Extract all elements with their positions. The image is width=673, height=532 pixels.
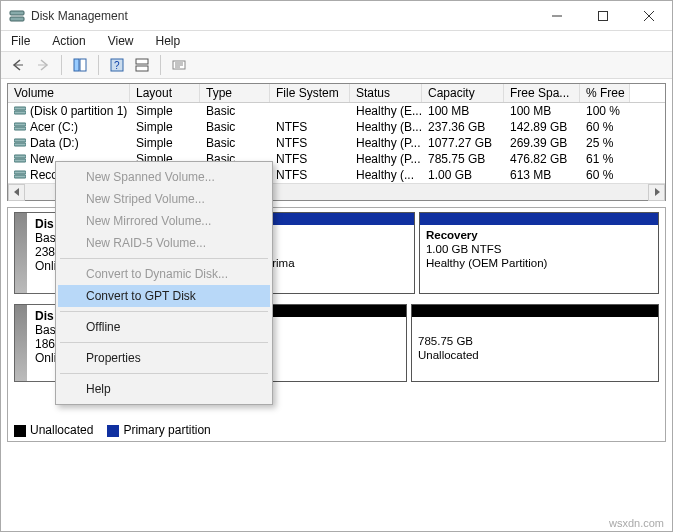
watermark: wsxdn.com bbox=[609, 517, 664, 529]
partition-size: 1.00 GB NTFS bbox=[426, 243, 501, 255]
volume-capacity: 100 MB bbox=[422, 104, 504, 118]
menu-separator bbox=[60, 311, 268, 312]
separator bbox=[160, 55, 161, 75]
svg-rect-7 bbox=[80, 59, 86, 71]
forward-button[interactable] bbox=[32, 54, 54, 76]
menu-file[interactable]: File bbox=[7, 33, 34, 49]
svg-rect-3 bbox=[599, 11, 608, 20]
volume-status: Healthy (B... bbox=[350, 120, 422, 134]
toolbar-settings-icon[interactable] bbox=[168, 54, 190, 76]
svg-rect-10 bbox=[136, 59, 148, 64]
separator bbox=[98, 55, 99, 75]
volume-row[interactable]: Data (D:)SimpleBasicNTFSHealthy (P...107… bbox=[8, 135, 665, 151]
volume-pctfree: 25 % bbox=[580, 136, 630, 150]
menu-item-offline[interactable]: Offline bbox=[58, 316, 270, 338]
svg-rect-11 bbox=[136, 66, 148, 71]
col-freespace[interactable]: Free Spa... bbox=[504, 84, 580, 102]
help-icon[interactable]: ? bbox=[106, 54, 128, 76]
volume-filesystem: NTFS bbox=[270, 168, 350, 182]
minimize-button[interactable] bbox=[534, 1, 580, 31]
menu-item-convert-gpt[interactable]: Convert to GPT Disk bbox=[58, 285, 270, 307]
volume-name: Acer (C:) bbox=[30, 120, 78, 134]
menu-view[interactable]: View bbox=[104, 33, 138, 49]
volume-free: 142.89 GB bbox=[504, 120, 580, 134]
svg-text:?: ? bbox=[114, 60, 120, 71]
volume-layout: Simple bbox=[130, 104, 200, 118]
col-layout[interactable]: Layout bbox=[130, 84, 200, 102]
col-capacity[interactable]: Capacity bbox=[422, 84, 504, 102]
scroll-right-icon[interactable] bbox=[648, 184, 665, 201]
legend: Unallocated Primary partition bbox=[14, 423, 211, 437]
volume-status: Healthy (P... bbox=[350, 152, 422, 166]
volume-name: Reco bbox=[30, 168, 58, 182]
volume-free: 476.82 GB bbox=[504, 152, 580, 166]
svg-rect-13 bbox=[14, 107, 26, 110]
volume-name: (Disk 0 partition 1) bbox=[30, 104, 127, 118]
window-title: Disk Management bbox=[31, 9, 534, 23]
col-pctfree[interactable]: % Free bbox=[580, 84, 630, 102]
volume-capacity: 785.75 GB bbox=[422, 152, 504, 166]
volume-filesystem: NTFS bbox=[270, 120, 350, 134]
toolbar: ? bbox=[1, 51, 672, 79]
separator bbox=[61, 55, 62, 75]
close-button[interactable] bbox=[626, 1, 672, 31]
partition[interactable]: Recovery 1.00 GB NTFS Healthy (OEM Parti… bbox=[419, 212, 659, 294]
volume-type: Basic bbox=[200, 136, 270, 150]
menu-separator bbox=[60, 258, 268, 259]
volume-icon bbox=[14, 105, 28, 115]
toolbar-view-icon[interactable] bbox=[69, 54, 91, 76]
svg-rect-22 bbox=[14, 175, 26, 178]
menu-item-help[interactable]: Help bbox=[58, 378, 270, 400]
volume-type: Basic bbox=[200, 120, 270, 134]
svg-rect-17 bbox=[14, 139, 26, 142]
col-filesystem[interactable]: File System bbox=[270, 84, 350, 102]
disk-title: Dis bbox=[35, 217, 54, 231]
menu-item-convert-dynamic[interactable]: Convert to Dynamic Disk... bbox=[58, 263, 270, 285]
menu-separator bbox=[60, 373, 268, 374]
volume-free: 269.39 GB bbox=[504, 136, 580, 150]
back-button[interactable] bbox=[7, 54, 29, 76]
disk-title: Dis bbox=[35, 309, 54, 323]
volume-name: Data (D:) bbox=[30, 136, 79, 150]
menu-bar: File Action View Help bbox=[1, 31, 672, 51]
volume-capacity: 1.00 GB bbox=[422, 168, 504, 182]
legend-swatch-primary bbox=[107, 425, 119, 437]
col-volume[interactable]: Volume bbox=[8, 84, 130, 102]
menu-help[interactable]: Help bbox=[152, 33, 185, 49]
volume-icon bbox=[14, 137, 28, 147]
toolbar-split-icon[interactable] bbox=[131, 54, 153, 76]
menu-action[interactable]: Action bbox=[48, 33, 89, 49]
col-status[interactable]: Status bbox=[350, 84, 422, 102]
volume-pctfree: 60 % bbox=[580, 168, 630, 182]
volume-free: 613 MB bbox=[504, 168, 580, 182]
svg-rect-19 bbox=[14, 155, 26, 158]
menu-item-new-spanned[interactable]: New Spanned Volume... bbox=[58, 166, 270, 188]
menu-item-new-striped[interactable]: New Striped Volume... bbox=[58, 188, 270, 210]
volume-layout: Simple bbox=[130, 136, 200, 150]
partition[interactable]: 785.75 GB Unallocated bbox=[411, 304, 659, 382]
partition-label: Recovery bbox=[426, 229, 478, 241]
maximize-button[interactable] bbox=[580, 1, 626, 31]
volume-filesystem: NTFS bbox=[270, 152, 350, 166]
volume-pctfree: 100 % bbox=[580, 104, 630, 118]
volume-status: Healthy (E... bbox=[350, 104, 422, 118]
svg-rect-6 bbox=[74, 59, 79, 71]
volume-row[interactable]: Acer (C:)SimpleBasicNTFSHealthy (B...237… bbox=[8, 119, 665, 135]
volume-type: Basic bbox=[200, 104, 270, 118]
volume-name: New bbox=[30, 152, 54, 166]
title-bar: Disk Management bbox=[1, 1, 672, 31]
svg-rect-20 bbox=[14, 159, 26, 162]
menu-item-new-raid5[interactable]: New RAID-5 Volume... bbox=[58, 232, 270, 254]
menu-item-properties[interactable]: Properties bbox=[58, 347, 270, 369]
svg-rect-14 bbox=[14, 111, 26, 114]
volume-pctfree: 61 % bbox=[580, 152, 630, 166]
partition-stripe bbox=[412, 305, 658, 317]
legend-label: Unallocated bbox=[30, 423, 93, 437]
volume-icon bbox=[14, 121, 28, 131]
menu-item-new-mirrored[interactable]: New Mirrored Volume... bbox=[58, 210, 270, 232]
scroll-left-icon[interactable] bbox=[8, 184, 25, 201]
svg-rect-16 bbox=[14, 127, 26, 130]
partition-stripe bbox=[420, 213, 658, 225]
volume-row[interactable]: (Disk 0 partition 1)SimpleBasicHealthy (… bbox=[8, 103, 665, 119]
col-type[interactable]: Type bbox=[200, 84, 270, 102]
